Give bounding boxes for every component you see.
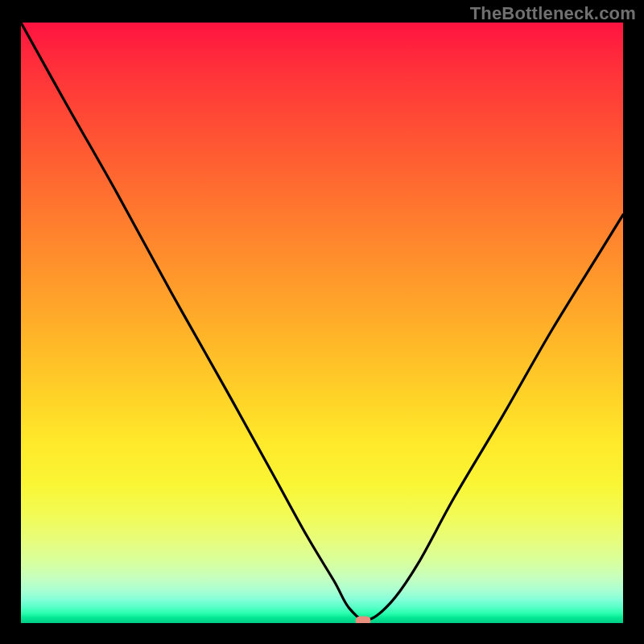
watermark-text: TheBottleneck.com	[470, 3, 636, 24]
chart-frame: TheBottleneck.com	[0, 0, 644, 644]
plot-area	[21, 23, 623, 623]
bottleneck-curve	[21, 23, 623, 623]
optimum-marker	[355, 617, 370, 623]
